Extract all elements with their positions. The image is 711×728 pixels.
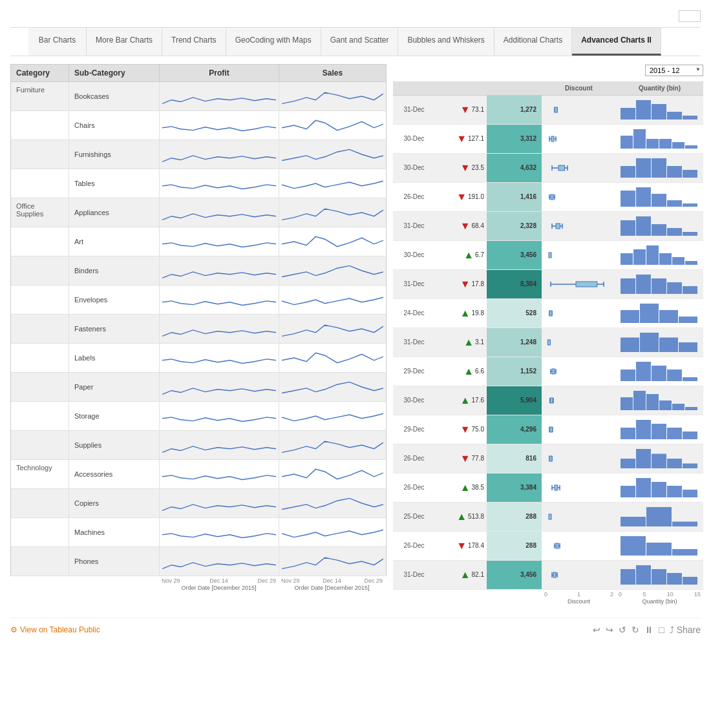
table-rows: Furniture Bookcases Chairs Furnishings T… [10, 82, 387, 576]
cell-profit-sparkline [160, 431, 279, 459]
cell-sales-sparkline [279, 169, 386, 198]
svg-rect-117 [683, 463, 697, 468]
right-row: 31-Dec ▼17.8 8,304 [393, 270, 703, 299]
svg-rect-132 [646, 507, 672, 526]
profit-value: 6.6 [475, 368, 484, 375]
arrow-down-icon: ▼ [460, 424, 471, 435]
cell-sales-sparkline [279, 256, 386, 285]
table-row: Labels [10, 344, 387, 373]
rcell-date: 31-Dec [393, 279, 435, 289]
cell-subcat: Fasteners [69, 315, 160, 343]
right-row: 31-Dec ▲3.1 1,248 [393, 328, 703, 357]
svg-rect-40 [556, 224, 560, 229]
undo-icon[interactable]: ↩ [593, 625, 600, 635]
cell-profit-sparkline [160, 82, 279, 110]
pause-icon[interactable]: ⏸ [644, 625, 653, 635]
refresh-icon[interactable]: ↻ [631, 625, 639, 635]
right-axis-row: 0 1 2 0 5 10 15 [393, 591, 703, 598]
tab-geocoding[interactable]: GeoCoding with Maps [226, 28, 321, 56]
th-subcategory: Sub-Category [69, 65, 160, 81]
svg-rect-139 [646, 543, 672, 556]
tab-bar-charts[interactable]: Bar Charts [28, 28, 87, 56]
svg-rect-84 [552, 369, 555, 374]
svg-rect-25 [652, 158, 666, 178]
rcell-date: 31-Dec [393, 221, 435, 231]
rcell-arrow: ▲6.7 [435, 248, 487, 262]
right-axis-labels: Discount Quantity (bin) [393, 598, 703, 605]
cell-sales-sparkline [279, 82, 386, 110]
tab-gant-scatter[interactable]: Gant and Scatter [321, 28, 399, 56]
profit-value: 191.0 [468, 193, 484, 200]
rcell-arrow: ▲513.8 [435, 510, 487, 524]
svg-rect-49 [549, 253, 551, 258]
svg-rect-12 [551, 136, 554, 141]
rcell-sales: 3,456 [487, 561, 542, 589]
header-row [10, 10, 701, 22]
svg-rect-45 [683, 232, 697, 236]
rcell-arrow: ▲19.8 [435, 306, 487, 320]
right-row: 26-Dec ▲38.5 3,384 [393, 473, 703, 503]
nav-next-button[interactable] [683, 36, 701, 47]
rcell-discount [542, 536, 616, 556]
cell-category [11, 169, 69, 198]
svg-rect-70 [640, 304, 659, 323]
rcell-discount [542, 129, 616, 149]
profit-axis-label1: Nov 29 [162, 577, 180, 584]
rcell-date: 30-Dec [393, 163, 435, 172]
view-icon[interactable]: □ [659, 625, 664, 635]
svg-rect-8 [683, 116, 697, 120]
tab-bubbles-whiskers[interactable]: Bubbles and Whiskers [398, 28, 494, 56]
svg-rect-50 [621, 253, 633, 265]
tab-additional-charts[interactable]: Additional Charts [494, 28, 572, 56]
nav-tabs: Bar Charts More Bar Charts Trend Charts … [28, 28, 683, 56]
arrow-up-icon: ▲ [460, 395, 471, 406]
profit-value: 3.1 [475, 338, 484, 346]
sales-value: 3,384 [520, 484, 539, 491]
rcell-date: 30-Dec [393, 250, 435, 260]
share-icon[interactable]: ⤴ Share [670, 625, 701, 635]
month-picker-area: 2015 - 12 [393, 64, 703, 76]
svg-rect-6 [652, 104, 666, 120]
profit-value: 6.7 [475, 251, 484, 258]
arrow-up-icon: ▲ [456, 511, 467, 523]
sales-value: 288 [525, 542, 539, 549]
svg-rect-86 [636, 362, 651, 381]
tableau-label: View on Tableau Public [20, 625, 100, 634]
cell-profit-sparkline [160, 518, 279, 546]
svg-rect-133 [672, 521, 697, 526]
cell-category [11, 518, 69, 546]
cell-subcat: Chairs [69, 111, 160, 140]
svg-rect-116 [667, 459, 682, 468]
rcell-arrow: ▼17.8 [435, 277, 487, 291]
svg-rect-124 [652, 482, 666, 497]
tab-advanced-charts[interactable]: Advanced Charts II [572, 28, 661, 56]
tab-trend-charts[interactable]: Trend Charts [162, 28, 226, 56]
svg-rect-105 [636, 420, 651, 439]
month-picker-select[interactable]: 2015 - 12 [645, 65, 703, 76]
cell-profit-sparkline [160, 111, 279, 140]
svg-rect-88 [667, 369, 682, 381]
rcell-sales: 1,152 [487, 357, 542, 386]
rcell-discount [542, 303, 616, 324]
cell-category [11, 344, 69, 372]
table-row: Furnishings [10, 140, 387, 169]
arrow-up-icon: ▲ [460, 482, 471, 494]
svg-rect-121 [555, 485, 558, 490]
month-picker-wrapper[interactable]: 2015 - 12 [645, 64, 703, 76]
cell-category [11, 286, 69, 314]
right-row: 30-Dec ▼127.1 3,312 [393, 125, 703, 154]
svg-rect-59 [576, 282, 597, 287]
rcell-date: 26-Dec [393, 483, 435, 492]
redo-icon[interactable]: ↪ [606, 625, 613, 635]
svg-rect-113 [621, 459, 635, 468]
svg-rect-42 [636, 216, 651, 236]
svg-rect-18 [685, 145, 697, 149]
nav-prev-button[interactable] [10, 36, 28, 47]
tab-more-bar-charts[interactable]: More Bar Charts [87, 28, 162, 56]
reset-icon[interactable]: ↺ [619, 625, 626, 635]
tableau-public-link[interactable]: ⚙ View on Tableau Public [10, 625, 100, 634]
cell-profit-sparkline [160, 256, 279, 285]
svg-rect-122 [621, 486, 635, 497]
sales-value: 1,248 [520, 338, 539, 346]
cell-profit-sparkline [160, 402, 279, 430]
